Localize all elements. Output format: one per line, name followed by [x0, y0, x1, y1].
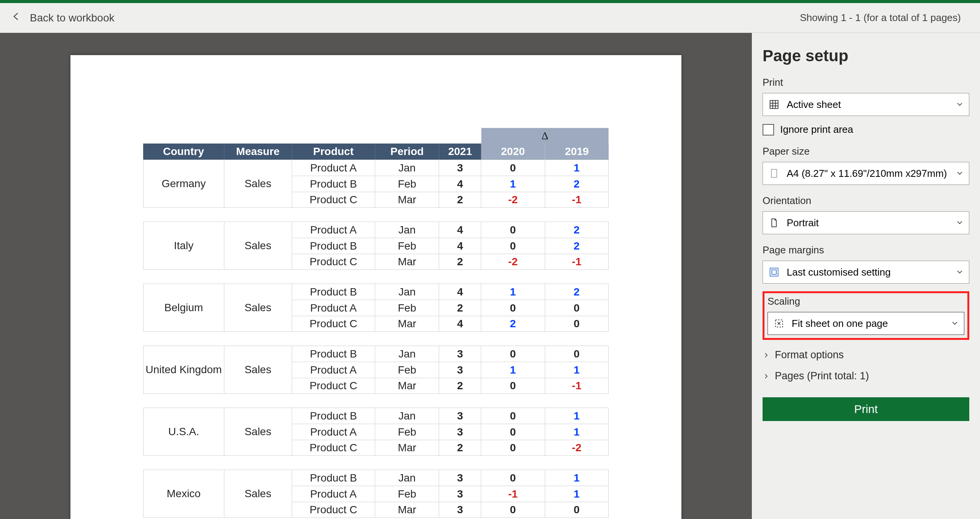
cell-period: Feb: [375, 362, 439, 378]
cell-2020: 0: [481, 346, 545, 362]
cell-2021: 4: [439, 238, 481, 254]
cell-2020: 0: [481, 408, 545, 424]
cell-2020: 0: [481, 440, 545, 456]
cell-2019: 0: [545, 346, 609, 362]
table-row: United Kingdom Sales Product A Feb 3 1 1: [143, 362, 609, 378]
cell-2019: 2: [545, 222, 609, 238]
svg-rect-1: [771, 170, 777, 178]
preview-canvas: Δ Country Measure Product Period 2021 20…: [0, 33, 752, 519]
page-portrait-icon: [768, 217, 780, 228]
cell-2021: 2: [439, 192, 481, 208]
country-block: Product B Jan 4 1 2 Belgium Sales Produc…: [143, 284, 609, 332]
cell-2021: 3: [439, 408, 481, 424]
cell-2019: 1: [545, 362, 609, 378]
pages-label: Pages (Print total: 1): [775, 370, 869, 382]
print-button-label: Print: [854, 403, 878, 416]
cell-2021: 3: [439, 486, 481, 502]
cell-measure: [224, 160, 292, 176]
paper-size-label: Paper size: [763, 145, 969, 157]
cell-2020: -2: [481, 192, 545, 208]
cell-2020: 0: [481, 502, 545, 518]
print-target-value: Active sheet: [787, 99, 841, 111]
cell-2019: 1: [545, 486, 609, 502]
cell-period: Feb: [375, 238, 439, 254]
th-2020: 2020: [481, 144, 545, 160]
cell-2020: 1: [481, 284, 545, 300]
format-options-accordion[interactable]: Format options: [763, 349, 969, 361]
table-row: Product B Jan 3 0 0: [143, 346, 609, 362]
cell-country: [143, 346, 224, 362]
cell-2019: 0: [545, 316, 609, 332]
cell-measure: Sales: [224, 300, 292, 316]
cell-2020: 0: [481, 300, 545, 316]
cell-2019: -1: [545, 378, 609, 394]
cell-measure: [224, 502, 292, 518]
back-to-workbook-link[interactable]: Back to workbook: [11, 11, 114, 24]
cell-2020: 0: [481, 424, 545, 440]
cell-2019: 2: [545, 238, 609, 254]
pages-accordion[interactable]: Pages (Print total: 1): [763, 370, 969, 382]
cell-measure: [224, 192, 292, 208]
cell-country: [143, 222, 224, 238]
cell-2021: 3: [439, 362, 481, 378]
page-margins-label: Page margins: [763, 244, 969, 256]
cell-product: Product A: [292, 160, 375, 176]
cell-measure: Sales: [224, 238, 292, 254]
format-options-label: Format options: [775, 349, 844, 361]
cell-country: United Kingdom: [143, 362, 224, 378]
table-row: Product B Jan 3 0 1: [143, 470, 609, 486]
cell-measure: Sales: [224, 486, 292, 502]
cell-measure: Sales: [224, 176, 292, 192]
cell-period: Mar: [375, 440, 439, 456]
arrow-left-icon: [11, 11, 21, 24]
cell-period: Jan: [375, 470, 439, 486]
cell-product: Product B: [292, 176, 375, 192]
cell-country: Italy: [143, 238, 224, 254]
th-country: Country: [143, 144, 224, 160]
sheet-grid-icon: [768, 99, 780, 110]
cell-period: Mar: [375, 378, 439, 394]
scaling-dropdown[interactable]: Fit sheet on one page: [768, 312, 964, 335]
print-target-dropdown[interactable]: Active sheet: [763, 93, 969, 116]
cell-2020: 0: [481, 160, 545, 176]
cell-2020: 0: [481, 222, 545, 238]
chevron-down-icon: [951, 318, 959, 330]
column-header-row: Country Measure Product Period 2021 2020…: [143, 144, 609, 160]
cell-2019: 1: [545, 408, 609, 424]
cell-2021: 4: [439, 222, 481, 238]
cell-2020: 0: [481, 238, 545, 254]
back-label: Back to workbook: [30, 12, 114, 24]
app-accent-bar: [0, 0, 980, 3]
cell-country: Germany: [143, 176, 224, 192]
table-row: Product C Mar 2 -2 -1: [143, 254, 609, 270]
paper-size-dropdown[interactable]: A4 (8.27" x 11.69"/210mm x297mm): [763, 162, 969, 185]
table-row: Mexico Sales Product A Feb 3 -1 1: [143, 486, 609, 502]
cell-product: Product B: [292, 470, 375, 486]
country-block: Product B Jan 3 0 1 Mexico Sales Product…: [143, 470, 609, 518]
cell-period: Jan: [375, 160, 439, 176]
table-row: Italy Sales Product B Feb 4 0 2: [143, 238, 609, 254]
cell-2021: 3: [439, 424, 481, 440]
panel-title: Page setup: [763, 47, 969, 65]
chevron-down-icon: [956, 217, 964, 229]
cell-country: U.S.A.: [143, 424, 224, 440]
svg-rect-2: [770, 268, 778, 276]
cell-period: Jan: [375, 346, 439, 362]
page-margins-dropdown[interactable]: Last customised setting: [763, 261, 969, 284]
cell-2021: 4: [439, 316, 481, 332]
cell-2019: -1: [545, 254, 609, 270]
ignore-print-area-checkbox[interactable]: Ignore print area: [763, 124, 969, 135]
orientation-dropdown[interactable]: Portrait: [763, 211, 969, 234]
cell-country: [143, 378, 224, 394]
page-setup-panel: Page setup Print Active sheet Ignore pri…: [752, 33, 980, 519]
preview-header: Back to workbook Showing 1 - 1 (for a to…: [0, 3, 980, 33]
cell-country: [143, 470, 224, 486]
svg-rect-3: [772, 270, 776, 274]
cell-2021: 2: [439, 378, 481, 394]
ignore-print-area-label: Ignore print area: [780, 124, 853, 135]
print-button[interactable]: Print: [763, 397, 969, 421]
orientation-label: Orientation: [763, 195, 969, 207]
cell-2019: 0: [545, 300, 609, 316]
fit-page-icon: [773, 318, 785, 329]
cell-measure: Sales: [224, 362, 292, 378]
